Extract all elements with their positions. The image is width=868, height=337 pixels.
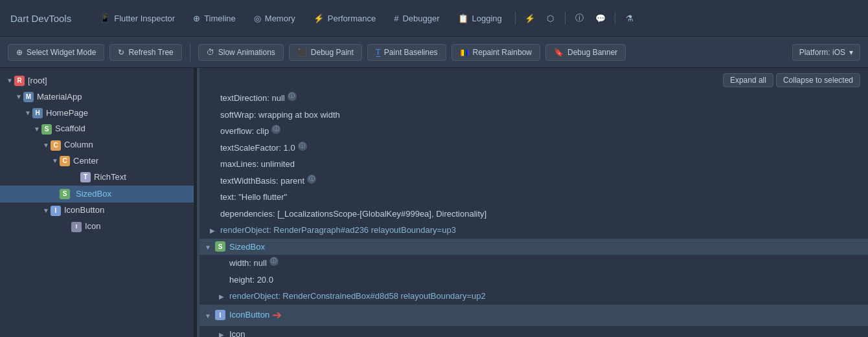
info-icon-textdirection[interactable]: ⓘ [288, 92, 297, 101]
badge-homepage: H [32, 108, 43, 118]
nav-separator-2 [565, 12, 565, 25]
tree-item-icon[interactable]: I Icon [0, 219, 194, 235]
maxlines-key: maxLines: unlimited [220, 158, 295, 171]
icon-key: Icon [229, 328, 246, 338]
detail-row-iconbutton-header[interactable]: ▼ I IconButton ➔ [200, 305, 868, 326]
badge-center: C [60, 156, 70, 166]
refresh-tree-button[interactable]: ↻ Refresh Tree [109, 44, 181, 61]
tree-item-homepage[interactable]: ▼ H HomePage [0, 105, 194, 122]
chevron-iconbutton: ▼ [41, 206, 51, 215]
nav-item-performance[interactable]: ⚡ Performance [306, 10, 383, 27]
pointer-arrow: ➔ [272, 307, 282, 324]
debug-banner-button[interactable]: 🔖 Debug Banner [545, 44, 626, 61]
badge-icon: I [71, 222, 82, 232]
badge-iconbutton-detail: I [215, 310, 225, 320]
nav-item-flutter-inspector[interactable]: 📱 Flutter Inspector [92, 10, 183, 27]
detail-row-height[interactable]: height: 20.0 [200, 272, 868, 288]
info-icon-textscale[interactable]: ⓘ [298, 142, 307, 151]
textscale-key: textScaleFactor: 1.0 [220, 142, 295, 155]
tree-panel: ▼ R [root] ▼ M MaterialApp ▼ H HomePage … [0, 68, 194, 337]
detail-row-dependencies[interactable]: dependencies: [_LocalizationsScope-[Glob… [200, 206, 868, 223]
paint-baselines-icon: T̲ [376, 48, 380, 57]
toolbar: ⊕ Select Widget Mode ↻ Refresh Tree ⏱ Sl… [0, 37, 868, 68]
badge-column: C [51, 140, 61, 151]
text-key: text: "Hello flutter" [220, 191, 287, 204]
debug-paint-button[interactable]: ⬛ Debug Paint [289, 44, 362, 61]
platform-select[interactable]: Platform: iOS ▾ [792, 44, 860, 61]
nav-label-memory: Memory [265, 14, 295, 23]
tree-item-root[interactable]: ▼ R [root] [0, 73, 194, 89]
logging-icon: 📋 [458, 14, 468, 23]
chevron-richtext [71, 173, 80, 182]
bolt-icon-btn[interactable]: ⚡ [521, 9, 539, 27]
slow-animations-button[interactable]: ⏱ Slow Animations [198, 44, 284, 61]
info-icon-btn[interactable]: ⓘ [571, 9, 589, 27]
chevron-icon [62, 223, 71, 232]
iconbutton-header-label: IconButton [229, 309, 269, 321]
info-icon-width[interactable]: ⓘ [269, 257, 279, 266]
nav-item-timeline[interactable]: ⊕ Timeline [185, 10, 244, 27]
main-content: ▼ R [root] ▼ M MaterialApp ▼ H HomePage … [0, 68, 868, 337]
arrow-sizedbox-header: ▼ [205, 243, 214, 252]
platform-label: Platform: iOS [799, 48, 845, 57]
tree-item-scaffold[interactable]: ▼ S Scaffold [0, 121, 194, 137]
tree-item-richtext[interactable]: T RichText [0, 169, 194, 186]
chevron-sizedbox [51, 190, 60, 199]
tree-item-iconbutton[interactable]: ▼ I IconButton [0, 202, 194, 219]
detail-row-textwidthbasis[interactable]: textWidthBasis: parent ⓘ [200, 173, 868, 190]
chevron-column: ▼ [41, 141, 51, 150]
detail-row-renderobject-2[interactable]: ▶ renderObject: RenderConstrainedBox#d8d… [200, 288, 868, 305]
nav-item-logging[interactable]: 📋 Logging [450, 10, 510, 27]
badge-root: R [14, 76, 25, 86]
paint-baselines-button[interactable]: T̲ Paint Baselines [367, 44, 446, 61]
debug-paint-icon: ⬛ [297, 48, 307, 57]
toolbar-divider-1 [190, 43, 190, 61]
nav-separator-3 [615, 12, 615, 25]
extension-icon-btn[interactable]: ⬡ [542, 9, 560, 27]
detail-row-overflow[interactable]: overflow: clip ⓘ [200, 123, 868, 140]
tree-item-column[interactable]: ▼ C Column [0, 137, 194, 153]
tree-item-materialapp[interactable]: ▼ M MaterialApp [0, 89, 194, 105]
detail-row-textscale[interactable]: textScaleFactor: 1.0 ⓘ [200, 140, 868, 157]
flask-icon-btn[interactable]: ⚗ [621, 9, 639, 27]
tree-item-sizedbox[interactable]: S SizedBox [0, 186, 194, 203]
chevron-homepage: ▼ [23, 109, 32, 118]
detail-row-icon[interactable]: ▶ Icon [200, 326, 868, 338]
nav-item-debugger[interactable]: # Debugger [386, 10, 447, 27]
tree-item-center[interactable]: ▼ C Center [0, 153, 194, 169]
badge-scaffold: S [41, 124, 52, 135]
detail-row-sizedbox-header[interactable]: ▼ S SizedBox [200, 239, 868, 255]
repaint-rainbow-label: Repaint Rainbow [473, 48, 532, 57]
detail-row-maxlines[interactable]: maxLines: unlimited [200, 156, 868, 173]
textwidthbasis-key: textWidthBasis: parent [220, 175, 304, 188]
collapse-to-selected-button[interactable]: Collapse to selected [776, 73, 860, 87]
softwrap-key: softWrap: wrapping at box width [220, 109, 340, 122]
detail-panel: Expand all Collapse to selected textDire… [200, 68, 868, 337]
refresh-tree-label: Refresh Tree [128, 48, 173, 57]
rainbow-icon: ▮▮ [460, 48, 469, 57]
select-widget-mode-button[interactable]: ⊕ Select Widget Mode [8, 44, 104, 61]
info-icon-textwidthbasis[interactable]: ⓘ [307, 175, 316, 184]
detail-row-softwrap[interactable]: softWrap: wrapping at box width [200, 107, 868, 124]
repaint-rainbow-button[interactable]: ▮▮ Repaint Rainbow [451, 44, 540, 61]
nav-label-logging: Logging [472, 14, 502, 23]
tree-label-iconbutton: IconButton [64, 204, 104, 217]
tree-label-richtext: RichText [94, 171, 126, 184]
performance-icon: ⚡ [314, 14, 324, 23]
nav-item-memory[interactable]: ◎ Memory [246, 10, 303, 27]
info-icon-overflow[interactable]: ⓘ [271, 125, 280, 134]
expand-all-button[interactable]: Expand all [723, 73, 773, 87]
tree-label-column: Column [64, 138, 93, 152]
detail-row-renderobject-1[interactable]: ▶ renderObject: RenderParagraph#ad236 re… [200, 222, 868, 239]
debug-banner-icon: 🔖 [554, 48, 564, 57]
memory-icon: ◎ [254, 14, 261, 23]
chevron-down-icon: ▾ [849, 48, 853, 57]
sizedbox-header-label: SizedBox [229, 241, 265, 254]
detail-row-width[interactable]: width: null ⓘ [200, 255, 868, 272]
tree-label-sizedbox: SizedBox [73, 187, 114, 202]
detail-row-text[interactable]: text: "Hello flutter" [200, 189, 868, 206]
detail-row-textdirection[interactable]: textDirection: null ⓘ [200, 90, 868, 107]
tree-label-icon: Icon [85, 220, 101, 234]
top-nav: Dart DevTools 📱 Flutter Inspector ⊕ Time… [0, 0, 868, 37]
chat-icon-btn[interactable]: 💬 [591, 9, 610, 27]
